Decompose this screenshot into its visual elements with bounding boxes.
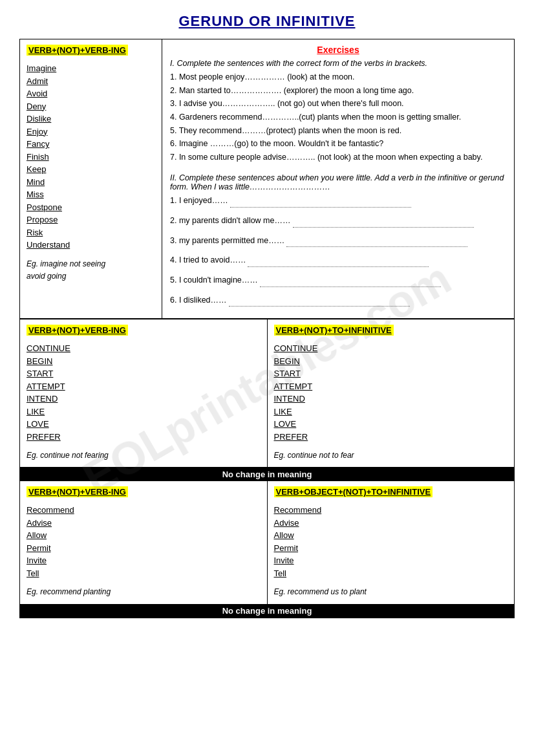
verb-item: Advise [274,517,508,530]
verb-item: Recommend [274,504,508,517]
bot-right-example: Eg. recommend us to plant [274,586,508,598]
exercise-line: 3. I advise you……………….. (not go) out whe… [170,97,506,111]
verb-item: START [27,367,261,380]
verb-item: Invite [27,554,261,567]
exercise-line-2: 6. I disliked…… [170,294,506,307]
verb-item: PREFER [274,431,508,444]
exercise-part1-lines: 1. Most people enjoy…………… (look) at the … [170,70,506,164]
page-title: GERUND OR INFINITIVE [19,13,515,30]
verb-item: PREFER [27,431,261,444]
verb-item: Mind [27,176,155,189]
exercise-line: 6. Imagine ………(go) to the moon. Wouldn't… [170,137,506,151]
exercise-line: 4. Gardeners recommend…………..(cut) plants… [170,111,506,124]
verb-item: Avoid [27,87,155,100]
verb-item: Miss [27,188,155,201]
verb-item: BEGIN [274,355,508,368]
left-example: Eg. imagine not seeing avoid going [27,258,155,283]
no-change-label-1: No change in meaning [19,468,515,481]
verb-list-mid-right: CONTINUEBEGINSTARTATTEMPTINTENDLIKELOVEP… [274,342,508,443]
exercise-line-2: 5. I couldn't imagine…… [170,274,506,287]
verb-item: CONTINUE [274,342,508,355]
verb-list-bot-right: RecommendAdviseAllowPermitInviteTell [274,504,508,579]
verb-item: Allow [274,529,508,542]
verb-item: Risk [27,226,155,239]
verb-item: Understand [27,239,155,252]
verb-item: INTEND [27,393,261,405]
no-change-label-2: No change in meaning [20,604,514,618]
exercise-line: 5. They recommend………(protect) plants whe… [170,124,506,138]
verb-item: Imagine [27,62,155,75]
verb-item: ATTEMPT [274,380,508,393]
verb-list-bot-left: RecommendAdviseAllowPermitInviteTell [27,504,261,579]
verb-item: ATTEMPT [27,380,261,393]
verb-item: Dislike [27,113,155,125]
verb-list-gerund: ImagineAdmitAvoidDenyDislikeEnjoyFancyFi… [27,62,155,252]
verb-item: Deny [27,100,155,113]
bot-left-header: VERB+(NOT)+VERB-ING [27,486,128,497]
verb-item: Tell [27,567,261,580]
mid-right-header: VERB+(NOT)+TO+INFINITIVE [274,325,394,336]
verb-item: START [274,367,508,380]
verb-item: Advise [27,517,261,530]
verb-item: LIKE [27,405,261,418]
bot-left-example: Eg. recommend planting [27,586,261,598]
exercise-line-2: 2. my parents didn't allow me…… [170,214,506,228]
verb-item: Postpone [27,201,155,214]
verb-item: LOVE [274,418,508,431]
exercise-part2-intro: II. Complete these sentences about when … [170,173,506,191]
verb-item: INTEND [274,393,508,405]
verb-item: Permit [27,542,261,555]
mid-left-header: VERB+(NOT)+VERB-ING [27,325,128,336]
verb-item: LIKE [274,405,508,418]
exercise-line: 7. In some culture people advise……….. (n… [170,151,506,164]
verb-item: Allow [27,529,261,542]
verb-item: Recommend [27,504,261,517]
mid-left-example: Eg. continue not fearing [27,449,261,462]
exercise-line-2: 1. I enjoyed…… [170,194,506,208]
exercise-part1-intro: I. Complete the sentences with the corre… [170,59,506,68]
exercise-line-2: 3. my parents permitted me…… [170,234,506,248]
verb-item: Admit [27,75,155,88]
verb-item: Tell [274,567,508,580]
bot-right-header: VERB+OBJECT+(NOT)+TO+INFINITIVE [274,486,433,497]
verb-item: Enjoy [27,125,155,138]
verb-item: LOVE [27,418,261,431]
verb-item: Propose [27,213,155,226]
verb-item: CONTINUE [27,342,261,355]
left-panel-header: VERB+(NOT)+VERB-ING [27,45,128,56]
exercise-line: 2. Man started to………………. (explorer) the … [170,84,506,98]
exercise-part2-lines: 1. I enjoyed……2. my parents didn't allow… [170,194,506,313]
verb-item: Invite [274,554,508,567]
verb-item: Fancy [27,138,155,151]
mid-right-example: Eg. continue not to fear [274,449,508,462]
verb-item: Finish [27,151,155,164]
exercises-title: Exercises [170,45,506,55]
verb-item: Permit [274,542,508,555]
exercise-line-2: 4. I tried to avoid…… [170,254,506,267]
verb-list-mid-left: CONTINUEBEGINSTARTATTEMPTINTENDLIKELOVEP… [27,342,261,443]
verb-item: Keep [27,163,155,176]
verb-item: BEGIN [27,355,261,368]
exercise-line: 1. Most people enjoy…………… (look) at the … [170,70,506,84]
